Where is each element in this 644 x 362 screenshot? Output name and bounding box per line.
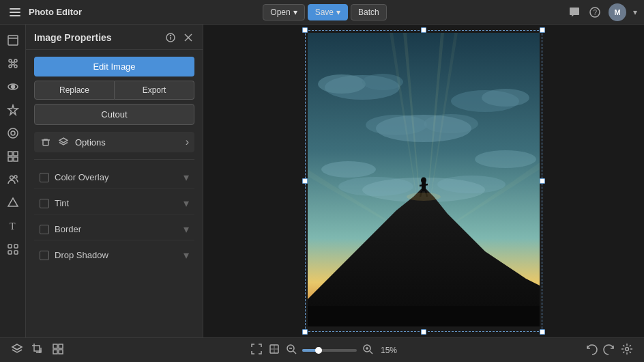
svg-point-48 <box>338 177 413 196</box>
svg-rect-64 <box>53 344 57 348</box>
layers-icon[interactable] <box>3 30 23 51</box>
handle-middle-right[interactable] <box>540 178 545 184</box>
svg-rect-24 <box>8 251 12 254</box>
options-label: Options <box>75 137 106 148</box>
drop-shadow-checkbox[interactable] <box>40 251 49 260</box>
tint-row: Tint ▾ <box>34 193 194 214</box>
border-left: Border <box>40 224 81 234</box>
zoom-slider[interactable] <box>302 349 357 352</box>
canvas-area[interactable] <box>203 25 644 337</box>
options-row-left: Options <box>40 136 106 148</box>
zoom-in-icon[interactable] <box>362 344 373 357</box>
panel-header: Image Properties <box>26 25 203 50</box>
zoom-level: 15% <box>379 346 399 355</box>
zoom-out-icon[interactable] <box>286 344 297 357</box>
drop-shadow-left: Drop Shadow <box>40 250 108 260</box>
avatar[interactable]: M <box>609 3 626 21</box>
undo-icon[interactable] <box>585 343 598 357</box>
cutout-button[interactable]: Cutout <box>34 104 194 125</box>
handle-middle-left[interactable] <box>302 178 308 184</box>
trash-icon[interactable] <box>40 136 52 148</box>
svg-rect-2 <box>8 36 18 45</box>
tint-label: Tint <box>55 198 69 208</box>
grid-bottom-icon[interactable] <box>52 343 64 357</box>
app-title: Photo Editor <box>29 7 82 17</box>
svg-rect-14 <box>8 152 12 156</box>
tint-checkbox[interactable] <box>40 199 49 208</box>
edit-image-button[interactable]: Edit Image <box>34 57 194 76</box>
icon-bar: T <box>0 25 26 337</box>
svg-rect-17 <box>14 157 18 161</box>
side-panel: Image Properties Edit Im <box>26 25 203 337</box>
layers-bottom-icon[interactable] <box>11 343 23 357</box>
handle-top-left[interactable] <box>302 27 308 33</box>
handle-top-right[interactable] <box>540 27 545 33</box>
svg-rect-57 <box>308 306 540 326</box>
handle-bottom-right[interactable] <box>540 329 545 335</box>
svg-point-76 <box>626 348 629 351</box>
chevron-right-icon: › <box>186 136 189 148</box>
svg-rect-16 <box>8 157 12 161</box>
svg-marker-20 <box>8 198 18 206</box>
apps-icon[interactable] <box>3 239 23 260</box>
svg-rect-25 <box>14 251 18 254</box>
close-icon[interactable] <box>182 31 194 44</box>
effects-icon[interactable] <box>3 123 23 143</box>
drop-shadow-label: Drop Shadow <box>55 250 108 260</box>
replace-button[interactable]: Replace <box>34 81 115 100</box>
save-button[interactable]: Save ▾ <box>308 4 348 20</box>
panel-body: Edit Image Replace Export Cutout <box>26 50 203 273</box>
topbar: Photo Editor Open ▾ Save ▾ Batch ? M ▾ <box>0 0 644 25</box>
color-overlay-checkbox[interactable] <box>40 173 49 182</box>
handle-top-middle[interactable] <box>421 27 426 33</box>
zoom-slider-thumb[interactable] <box>315 347 322 354</box>
chat-icon[interactable] <box>568 5 581 19</box>
export-button[interactable]: Export <box>115 81 194 100</box>
topbar-left: Photo Editor <box>7 5 82 19</box>
svg-rect-31 <box>43 140 48 145</box>
chevron-down-icon[interactable]: ▾ <box>633 8 637 17</box>
topbar-center: Open ▾ Save ▾ Batch <box>263 4 386 20</box>
svg-rect-23 <box>14 245 18 248</box>
crop-icon[interactable] <box>31 343 44 357</box>
handle-bottom-middle[interactable] <box>421 329 426 335</box>
eye-icon[interactable] <box>3 76 23 97</box>
svg-point-12 <box>8 128 18 138</box>
svg-rect-67 <box>59 350 63 354</box>
svg-point-41 <box>482 89 529 107</box>
menu-icon[interactable] <box>7 5 23 19</box>
bottom-right-tools <box>585 343 633 357</box>
border-label: Border <box>55 224 81 234</box>
settings-bottom-icon[interactable] <box>621 343 633 357</box>
canvas-container <box>308 33 540 329</box>
svg-rect-15 <box>14 152 18 156</box>
layer-icon[interactable] <box>57 136 70 148</box>
svg-point-13 <box>11 131 15 135</box>
brush-icon[interactable] <box>3 53 23 74</box>
resize-icon[interactable] <box>268 343 280 357</box>
svg-point-5 <box>14 59 17 62</box>
open-button[interactable]: Open ▾ <box>263 4 304 20</box>
color-overlay-label: Color Overlay <box>55 172 108 182</box>
fit-icon[interactable] <box>250 343 263 357</box>
svg-line-75 <box>370 351 372 354</box>
magic-icon[interactable] <box>3 100 23 120</box>
svg-point-44 <box>424 114 478 133</box>
border-checkbox[interactable] <box>40 225 49 234</box>
redo-icon[interactable] <box>603 343 615 357</box>
svg-marker-11 <box>8 105 18 115</box>
grid-icon[interactable] <box>3 146 23 167</box>
help-icon[interactable]: ? <box>588 5 602 19</box>
svg-point-59 <box>421 178 426 184</box>
svg-point-10 <box>11 85 14 89</box>
shapes-icon[interactable] <box>3 193 23 213</box>
people-icon[interactable] <box>3 169 23 190</box>
svg-rect-22 <box>8 245 12 248</box>
chevron-down-icon: ▾ <box>184 197 189 210</box>
options-row: Options › <box>34 132 194 152</box>
handle-bottom-left[interactable] <box>302 329 308 335</box>
info-icon[interactable] <box>164 31 177 44</box>
batch-button[interactable]: Batch <box>351 4 387 20</box>
text-icon[interactable]: T <box>3 216 23 236</box>
svg-point-43 <box>366 115 427 135</box>
